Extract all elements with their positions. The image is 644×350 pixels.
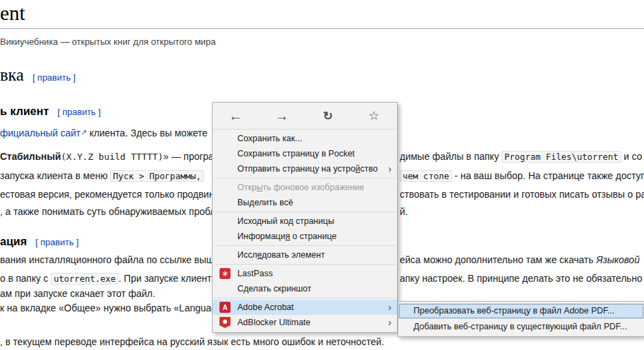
submenu-item-label: Преобразовать веб-страницу в файл Adobe … bbox=[414, 306, 614, 316]
menu-separator bbox=[214, 245, 396, 246]
menu-item-label: Сделать скриншот bbox=[237, 284, 391, 294]
label-text: довать элемент bbox=[261, 250, 325, 260]
menu-item-adblocker-ultimate[interactable]: AdBlocker Ultimate› bbox=[213, 315, 397, 330]
forward-icon[interactable]: → bbox=[267, 108, 297, 124]
text-segment: естовая версия, рекомендуется только про… bbox=[0, 189, 237, 200]
code-text: чем столе bbox=[400, 170, 452, 182]
text-segment: ейса можно дополнительно там же скачать bbox=[400, 254, 596, 265]
menu-item-take-screenshot[interactable]: Сделать скриншот bbox=[213, 281, 397, 296]
text-line: чем столе - на ваш выбор. На странице та… bbox=[400, 169, 644, 183]
icon-slot bbox=[219, 148, 230, 159]
menu-item-label: Сохранить страницу в Pocket bbox=[237, 149, 391, 158]
label-text: Иссл bbox=[237, 250, 257, 260]
edit-section-link[interactable]: [ править ] bbox=[32, 72, 76, 83]
icon-slot bbox=[219, 182, 230, 193]
section-heading-download-client: ь клиент [ править ] bbox=[0, 105, 100, 118]
submenu-arrow-icon: › bbox=[388, 164, 391, 174]
heading-text: ация bbox=[0, 235, 27, 247]
menu-item-label: Информация о странице bbox=[237, 231, 391, 241]
label-text: ство bbox=[360, 164, 377, 174]
heading-text: вка bbox=[0, 65, 24, 84]
label-text: ть фоновое изображение bbox=[263, 183, 364, 192]
menu-separator bbox=[214, 264, 396, 265]
icon-slot bbox=[219, 249, 230, 260]
menu-item-label: LastPass bbox=[237, 269, 391, 278]
menu-item-label: Сохранить как... bbox=[237, 134, 391, 143]
label-text: Откр bbox=[237, 183, 257, 192]
menu-separator bbox=[214, 212, 396, 212]
icon-slot bbox=[219, 216, 230, 227]
menu-item-lastpass[interactable]: ∗LastPass bbox=[213, 266, 397, 281]
label-text: Сделать скриншот bbox=[237, 284, 312, 294]
icon-slot bbox=[219, 197, 230, 208]
text-line: апку настроек. В принципе делать это не … bbox=[400, 271, 644, 285]
external-link-icon: ↗ bbox=[80, 128, 87, 136]
label-text: Информаци bbox=[237, 231, 286, 241]
menu-item-select-all[interactable]: Выделить всё bbox=[213, 195, 397, 210]
bookmark-star-icon[interactable]: ☆ bbox=[359, 108, 389, 123]
external-link[interactable]: фициальный сайт bbox=[0, 127, 80, 138]
text-line: ейса можно дополнительно там же скачать … bbox=[400, 253, 644, 267]
text-segment: к на вкладке «Общее» нужно выбрать «Lang… bbox=[0, 302, 227, 313]
menu-item-send-to-device[interactable]: Отправить страницу на устройство› bbox=[213, 161, 397, 176]
label-text: Отправить страницу на устро bbox=[237, 164, 355, 174]
code-text: utorrent.exe bbox=[51, 273, 118, 285]
text-segment: и со bbox=[621, 151, 643, 162]
context-menu-items: Сохранить как...Сохранить страницу в Poc… bbox=[213, 131, 397, 330]
icon-slot bbox=[219, 133, 230, 144]
menu-item-save-to-pocket[interactable]: Сохранить страницу в Pocket bbox=[213, 146, 397, 161]
menu-item-label: Отправить страницу на устройство bbox=[237, 164, 383, 174]
submenu-item-convert-web-page-to-pdf[interactable]: Преобразовать веб-страницу в файл Adobe … bbox=[398, 303, 644, 319]
text-segment: апку настроек. В принципе делать это не … bbox=[400, 273, 642, 284]
menu-nav-row: ← → ↻ ☆ bbox=[213, 103, 397, 130]
menu-item-page-info[interactable]: Информация о странице bbox=[213, 229, 397, 244]
text-segment: , в текущем переводе интерфейса на русск… bbox=[0, 336, 384, 347]
menu-item-view-page-source[interactable]: Исходный код страницы bbox=[213, 214, 397, 229]
edit-section-link[interactable]: [ править ] bbox=[36, 237, 79, 247]
icon-slot bbox=[219, 283, 230, 294]
label-text: Исходный код страницы bbox=[237, 216, 334, 226]
icon-slot bbox=[219, 163, 230, 174]
menu-separator bbox=[214, 178, 396, 178]
edit-section-link[interactable]: [ править ] bbox=[58, 107, 101, 117]
text-segment: - на ваш выбор. На странице также доступ bbox=[452, 170, 644, 181]
reload-icon[interactable]: ↻ bbox=[313, 109, 343, 123]
text-segment: клиента. Здесь вы можете bbox=[87, 127, 207, 138]
text-segment: й. bbox=[400, 206, 408, 217]
menu-item-label: Открыть фоновое изображение bbox=[237, 183, 391, 192]
text-segment: Языковой bbox=[596, 254, 639, 265]
menu-item-save-as[interactable]: Сохранить как... bbox=[213, 131, 397, 146]
text-segment: , а также понимать суть обнаруживаемых п… bbox=[0, 206, 228, 217]
label-text: LastPass bbox=[237, 269, 272, 278]
label-text: о странице bbox=[290, 231, 337, 241]
menu-item-label: Adobe Acrobat bbox=[237, 302, 383, 312]
text-segment: ствовать в тестировании и готовых писать… bbox=[400, 189, 644, 200]
text-segment: (X.Y.Z build TTTTT) bbox=[61, 152, 164, 162]
icon-slot bbox=[219, 231, 230, 242]
browser-viewport: ent Викиучебника — открытых книг для отк… bbox=[0, 0, 644, 350]
code-text: Program Files\utorrent bbox=[502, 151, 621, 163]
label-text: AdBlocker Ultimate bbox=[237, 318, 310, 327]
submenu-arrow-icon: › bbox=[388, 318, 391, 327]
adblocker-icon bbox=[219, 317, 230, 328]
menu-item-view-background-image: Открыть фоновое изображение bbox=[213, 180, 397, 195]
accesskey-letter: д bbox=[249, 198, 254, 207]
acrobat-icon: A bbox=[219, 302, 230, 313]
label-text: елить всё bbox=[255, 198, 293, 207]
menu-item-adobe-acrobat[interactable]: AAdobe Acrobat› bbox=[213, 300, 397, 315]
submenu-arrow-icon: › bbox=[388, 302, 391, 312]
label-text: Сохранить как... bbox=[237, 134, 302, 143]
menu-item-inspect-element[interactable]: Исследовать элемент bbox=[213, 247, 397, 262]
text-line: ствовать в тестировании и готовых писать… bbox=[400, 187, 644, 201]
submenu-item-add-web-page-to-existing-pdf[interactable]: Добавить веб-страницу в существующий фай… bbox=[398, 319, 644, 335]
submenu-item-label: Добавить веб-страницу в существующий фай… bbox=[414, 322, 627, 331]
acrobat-submenu: Преобразовать веб-страницу в файл Adobe … bbox=[398, 301, 644, 337]
label-text: Сохранить страницу в Pocket bbox=[237, 149, 355, 158]
menu-item-label: Исследовать элемент bbox=[237, 250, 391, 260]
text-segment: ам при запуске скачает этот файл. bbox=[0, 288, 155, 299]
text-line: й. bbox=[400, 205, 644, 218]
text-line: димые файлы в папку Program Files\utorre… bbox=[400, 150, 644, 163]
menu-item-label: Исходный код страницы bbox=[237, 216, 391, 226]
menu-item-label: AdBlocker Ultimate bbox=[237, 318, 383, 327]
back-icon[interactable]: ← bbox=[221, 108, 251, 124]
